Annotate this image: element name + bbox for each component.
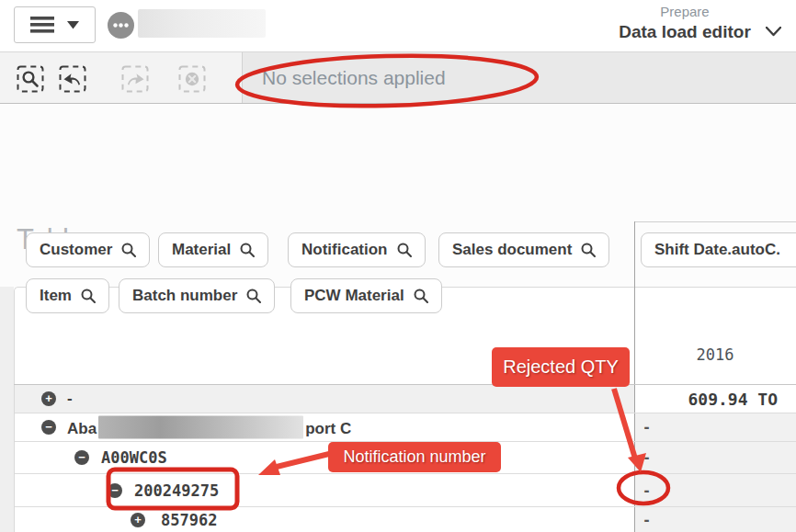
collapse-icon[interactable]: − xyxy=(108,483,122,498)
table-row-customer: − Abaport C - xyxy=(15,413,796,442)
row-label-notification-number[interactable]: 200249275 xyxy=(134,481,219,500)
step-back-icon[interactable] xyxy=(59,65,86,93)
measure-cell: - xyxy=(635,507,796,532)
annotation-notification-number: Notification number xyxy=(328,442,501,472)
hamburger-icon xyxy=(30,15,56,35)
chevron-down-icon[interactable] xyxy=(766,27,781,37)
expand-icon[interactable]: + xyxy=(41,391,56,406)
row-label-suffix: port C xyxy=(305,420,351,437)
dimension-cell: − 200249275 xyxy=(15,474,634,506)
smart-search-icon[interactable] xyxy=(17,65,44,93)
qlik-sense-window: Prepare Data load editor No selections a… xyxy=(0,0,796,532)
app-bar: Prepare Data load editor xyxy=(0,0,796,52)
app-ellipsis-icon[interactable] xyxy=(108,12,134,39)
expand-icon[interactable]: + xyxy=(131,513,145,527)
filter-chip-sales-document[interactable]: Sales document xyxy=(438,232,609,267)
search-icon[interactable] xyxy=(414,289,428,303)
search-icon[interactable] xyxy=(581,243,596,257)
row-label[interactable]: - xyxy=(67,390,73,408)
measure-cell: 609.94 TO xyxy=(635,385,796,413)
filter-chip-label: Customer xyxy=(40,241,112,259)
selections-status-text: No selections applied xyxy=(262,52,446,103)
search-icon[interactable] xyxy=(121,243,136,257)
search-icon[interactable] xyxy=(81,289,96,303)
filter-chip-material[interactable]: Material xyxy=(158,232,268,267)
nav-context-label: Prepare xyxy=(602,4,768,21)
filter-chip-shift-date[interactable]: Shift Date.autoC. xyxy=(641,232,796,267)
measure-cell: - xyxy=(635,474,796,506)
dimension-cell: − Abaport C xyxy=(15,413,634,441)
dimension-cell: + 857962 xyxy=(15,507,634,532)
filter-chip-label: Sales document xyxy=(452,241,572,259)
row-label[interactable]: A00WC0S xyxy=(101,448,167,467)
filter-chip-label: Notification xyxy=(301,241,388,259)
filter-chip-label: Batch number xyxy=(132,287,237,305)
sheet-gutter xyxy=(0,287,14,532)
total-value: 609.94 TO xyxy=(688,390,778,409)
measure-cell: - xyxy=(635,442,796,473)
search-icon[interactable] xyxy=(240,243,255,257)
ellipsis-icon xyxy=(113,23,129,28)
row-label-prefix: Aba xyxy=(67,420,97,437)
row-label[interactable]: 857962 xyxy=(161,511,217,529)
filter-chip-label: PCW Material xyxy=(304,287,404,305)
null-value: - xyxy=(642,512,651,528)
step-forward-icon xyxy=(121,65,149,93)
filter-chip-label: Item xyxy=(40,287,72,305)
filter-chip-item[interactable]: Item xyxy=(26,278,109,313)
collapse-icon[interactable]: − xyxy=(41,420,56,435)
column-header-2016[interactable]: 2016 xyxy=(634,345,796,364)
null-value: - xyxy=(642,449,651,466)
filter-chip-notification[interactable]: Notification xyxy=(288,232,426,267)
annotation-rejected-qty: Rejected QTY xyxy=(492,347,630,387)
collapse-icon[interactable]: − xyxy=(74,450,89,465)
redacted-app-title xyxy=(138,9,266,38)
null-value: - xyxy=(642,482,651,499)
redacted-customer-name xyxy=(98,416,303,439)
view-switcher[interactable]: Prepare Data load editor xyxy=(602,4,768,43)
search-icon[interactable] xyxy=(246,289,261,303)
dimension-cell: − A00WC0S xyxy=(15,442,634,473)
row-label[interactable]: Abaport C xyxy=(67,416,351,439)
dimension-cell: + - xyxy=(15,385,634,413)
null-value: - xyxy=(642,419,651,436)
filter-chip-customer[interactable]: Customer xyxy=(26,232,150,267)
caret-down-icon xyxy=(67,21,79,29)
clear-selections-icon xyxy=(178,65,206,93)
table-row-notification: − 200249275 - xyxy=(15,474,796,507)
pivot-right-header-border xyxy=(634,221,796,222)
table-row-item: + 857962 - xyxy=(15,507,796,532)
filter-chip-label: Shift Date.autoC. xyxy=(654,241,780,259)
table-row-totals: + - 609.94 TO xyxy=(15,385,796,413)
nav-current-view: Data load editor xyxy=(602,21,768,43)
filter-chip-batch-number[interactable]: Batch number xyxy=(119,278,275,313)
search-icon[interactable] xyxy=(397,243,412,257)
filter-chip-pcw-material[interactable]: PCW Material xyxy=(290,278,442,313)
global-menu-button[interactable] xyxy=(14,6,96,43)
filter-chip-label: Material xyxy=(172,241,231,259)
measure-cell: - xyxy=(635,413,796,441)
